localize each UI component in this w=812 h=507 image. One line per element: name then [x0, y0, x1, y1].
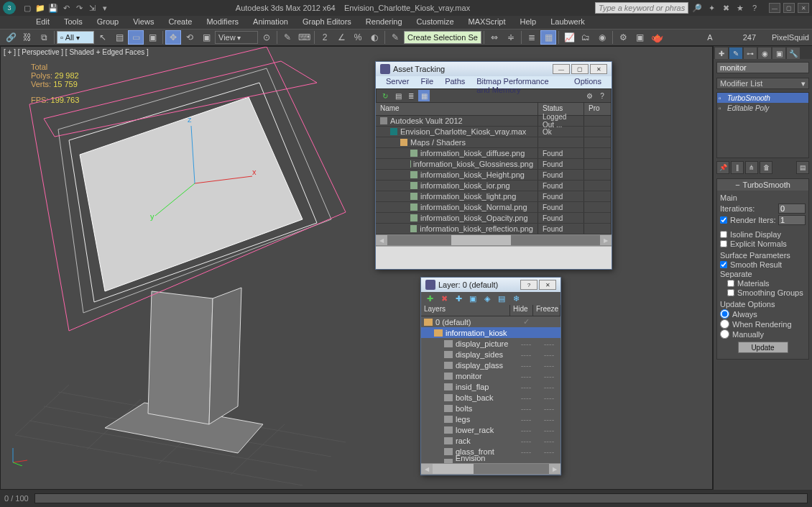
- at-refresh-icon[interactable]: ↻: [379, 90, 391, 101]
- at-minimize-icon[interactable]: —: [553, 64, 570, 74]
- selection-filter-dropdown[interactable]: ▫ All ▾: [57, 31, 94, 44]
- undo-icon[interactable]: ↶: [60, 2, 72, 14]
- asset-tracking-titlebar[interactable]: Asset Tracking — ▢ ✕: [376, 62, 612, 76]
- asset-row[interactable]: Maps / Shaders: [376, 137, 612, 148]
- rollout-title[interactable]: −TurboSmooth: [717, 179, 808, 191]
- menu-views[interactable]: Views: [126, 16, 161, 29]
- layer-row[interactable]: rack--------: [421, 435, 560, 446]
- menu-graph-editors[interactable]: Graph Editors: [295, 16, 359, 29]
- asset-row[interactable]: information_kiosk_Height.pngFound: [376, 170, 612, 181]
- asset-row[interactable]: information_kiosk_Glossiness.pngFound: [376, 159, 612, 170]
- render-frame-icon[interactable]: ▣: [632, 30, 647, 45]
- render-iters-spinner[interactable]: 1: [778, 215, 806, 225]
- unlink-tool-icon[interactable]: ⛓: [19, 30, 35, 45]
- edit-named-sel-icon[interactable]: ✎: [387, 30, 403, 45]
- named-selection-dropdown[interactable]: Create Selection Se: [404, 31, 481, 44]
- layer-hide-icon[interactable]: ▤: [496, 293, 507, 304]
- close-icon[interactable]: ✕: [798, 3, 809, 13]
- layer-help-icon[interactable]: ?: [520, 280, 538, 290]
- snap-angle-icon[interactable]: ∠: [333, 30, 349, 45]
- at-table-icon[interactable]: ▦: [418, 90, 430, 101]
- star-icon[interactable]: ★: [734, 2, 746, 14]
- select-region-icon[interactable]: ▭: [128, 30, 144, 45]
- at-list-icon[interactable]: ≣: [405, 90, 417, 101]
- align-icon[interactable]: ≑: [503, 30, 519, 45]
- motion-tab-icon[interactable]: ◉: [758, 47, 771, 59]
- at-menu-options[interactable]: Options: [568, 76, 607, 88]
- asset-row[interactable]: information_kiosk_Opacity.pngFound: [376, 213, 612, 224]
- rotate-icon[interactable]: ⟲: [182, 30, 198, 45]
- material-editor-icon[interactable]: ◉: [594, 30, 610, 45]
- asset-row[interactable]: information_kiosk_light.pngFound: [376, 191, 612, 202]
- select-icon[interactable]: ↖: [95, 30, 111, 45]
- asset-row[interactable]: information_kiosk_Normal.pngFound: [376, 202, 612, 213]
- layer-sel-icon[interactable]: ▣: [467, 293, 479, 304]
- link-tool-icon[interactable]: 🔗: [3, 30, 19, 45]
- layer-row[interactable]: information_kiosk: [421, 327, 560, 338]
- pin-stack-icon[interactable]: 📌: [716, 161, 729, 174]
- update-button[interactable]: Update: [738, 342, 788, 353]
- help-search-input[interactable]: [595, 2, 688, 14]
- ref-coord-dropdown[interactable]: View ▾: [215, 31, 258, 44]
- save-icon[interactable]: 💾: [47, 2, 59, 14]
- at-menu-server[interactable]: Server: [380, 76, 415, 88]
- at-menu-file[interactable]: File: [415, 76, 439, 88]
- layer-row[interactable]: monitor--------: [421, 370, 560, 381]
- smooth-result-checkbox[interactable]: [720, 261, 727, 268]
- app-icon[interactable]: 3: [3, 1, 16, 14]
- bind-space-icon[interactable]: ⧉: [36, 30, 52, 45]
- timeline-slider[interactable]: [34, 493, 808, 503]
- maximize-icon[interactable]: ▢: [783, 3, 795, 13]
- menu-rendering[interactable]: Rendering: [359, 16, 410, 29]
- smgroups-checkbox[interactable]: [727, 289, 734, 296]
- layers-icon[interactable]: ≣: [524, 30, 540, 45]
- hierarchy-tab-icon[interactable]: ⊶: [744, 47, 757, 59]
- show-result-icon[interactable]: ‖: [731, 161, 744, 174]
- configure-sets-icon[interactable]: ▤: [796, 161, 809, 174]
- layer-row[interactable]: insid_flap--------: [421, 381, 560, 392]
- curve-editor-icon[interactable]: 📈: [561, 30, 577, 45]
- snap-percent-icon[interactable]: %: [350, 30, 366, 45]
- render-teapot-icon[interactable]: 🫖: [648, 30, 665, 45]
- layer-row[interactable]: Envision Charlott--------: [421, 457, 560, 463]
- make-unique-icon[interactable]: ⋔: [745, 161, 758, 174]
- layer-row[interactable]: display_glass--------: [421, 360, 560, 370]
- asset-row[interactable]: information_kiosk_reflection.pngFound: [376, 224, 612, 234]
- layer-highlight-icon[interactable]: ◈: [481, 293, 493, 304]
- object-name-input[interactable]: [716, 62, 809, 73]
- layer-manager-window[interactable]: Layer: 0 (default) ? ✕ ✚ ✖ ✚ ▣ ◈ ▤ ❄ Lay…: [420, 277, 561, 475]
- exchange-icon[interactable]: ✖: [720, 2, 732, 14]
- modifier-list-dropdown[interactable]: Modifier List▾: [716, 78, 809, 89]
- modify-tab-icon[interactable]: ✎: [729, 47, 742, 59]
- asset-row[interactable]: information_kiosk_ior.pngFound: [376, 181, 612, 191]
- layer-head-freeze[interactable]: Freeze: [533, 305, 560, 316]
- menu-animation[interactable]: Animation: [246, 16, 295, 29]
- at-head-name[interactable]: Name: [376, 103, 538, 115]
- update-always-radio[interactable]: [720, 309, 729, 319]
- select-name-icon[interactable]: ▤: [111, 30, 127, 45]
- binoculars-icon[interactable]: 🔎: [691, 2, 703, 14]
- at-head-pro[interactable]: Pro: [584, 103, 612, 115]
- key-icon[interactable]: ✦: [706, 2, 717, 14]
- modifier-stack[interactable]: TurboSmoothEditable Poly: [716, 92, 809, 158]
- layer-addsel-icon[interactable]: ✚: [453, 293, 464, 304]
- render-iters-checkbox[interactable]: [720, 216, 727, 224]
- at-settings-icon[interactable]: ⚙: [583, 90, 595, 101]
- layer-row[interactable]: lower_rack--------: [421, 424, 560, 435]
- redo-icon[interactable]: ↷: [73, 2, 85, 14]
- menu-edit[interactable]: Edit: [29, 16, 57, 29]
- layer-titlebar[interactable]: Layer: 0 (default) ? ✕: [421, 278, 560, 292]
- open-icon[interactable]: 📁: [34, 2, 46, 14]
- menu-laubwerk[interactable]: Laubwerk: [543, 16, 592, 29]
- update-render-radio[interactable]: [720, 319, 729, 329]
- isoline-checkbox[interactable]: [720, 231, 727, 238]
- iterations-spinner[interactable]: 0: [778, 204, 806, 214]
- render-setup-icon[interactable]: ⚙: [615, 30, 631, 45]
- pivot-icon[interactable]: ⊙: [259, 30, 274, 45]
- qa-menu-icon[interactable]: ▾: [99, 2, 111, 14]
- at-menu-bitmap-performance-and-memory[interactable]: Bitmap Performance and Memory: [471, 76, 568, 88]
- schematic-icon[interactable]: 🗂: [578, 30, 594, 45]
- modifier-editable-poly[interactable]: Editable Poly: [717, 103, 808, 113]
- scale-icon[interactable]: ▣: [198, 30, 214, 45]
- create-tab-icon[interactable]: ✚: [715, 47, 728, 59]
